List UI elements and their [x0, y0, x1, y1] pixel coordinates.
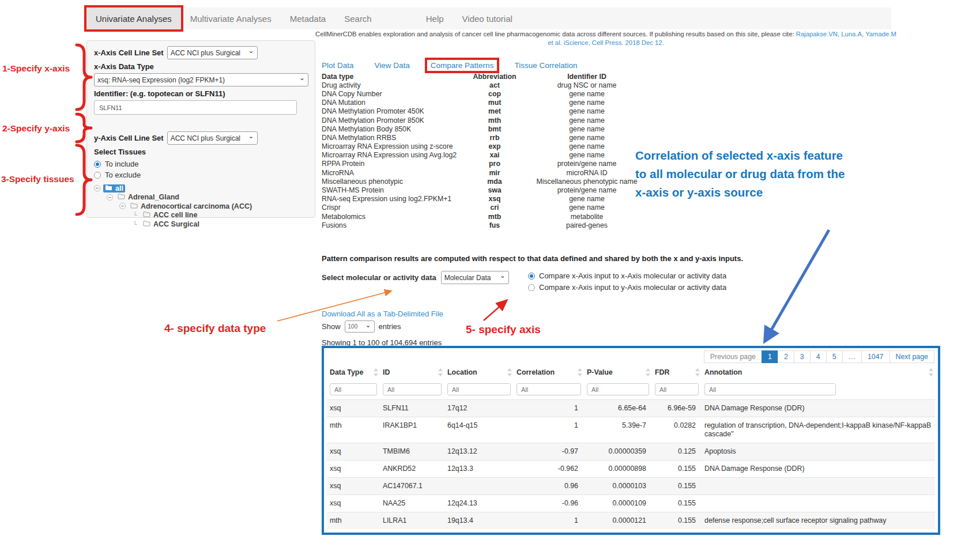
filter-input-annotation[interactable] — [704, 383, 836, 395]
download-link[interactable]: Download All as a Tab-Delimited File — [322, 310, 443, 318]
molecular-data-select[interactable]: Molecular Data — [441, 271, 509, 284]
legend-cell: metabolite — [521, 213, 653, 221]
data-type-legend-row: DNA Mutationmutgene name — [322, 99, 653, 107]
previous-page-button[interactable]: Previous page — [704, 350, 762, 363]
x-axis-cell-line-set-select[interactable]: ACC NCI plus Surgical — [167, 46, 258, 59]
page-button-2[interactable]: 2 — [778, 350, 794, 363]
x-axis-data-type-select[interactable]: xsq: RNA-seq Expression (log2 FPKM+1) — [94, 73, 308, 86]
axis-compare-radios: Compare x-Axis input to x-Axis molecular… — [528, 270, 726, 293]
axis-parameters-panel: x-Axis Cell Line Set ACC NCI plus Surgic… — [86, 40, 315, 218]
cell-p-value: 0.00000359 — [584, 443, 652, 461]
legend-cell: Metabolomics — [322, 213, 469, 221]
cell-p-value: 0.0000121 — [584, 512, 652, 530]
page-button-3[interactable]: 3 — [794, 350, 811, 363]
legend-cell: DNA Methylation Body 850K — [322, 125, 469, 133]
page-button-4[interactable]: 4 — [810, 350, 827, 363]
tree-node-all[interactable]: all — [94, 184, 308, 193]
nav-item-metadata[interactable]: Metadata — [281, 7, 336, 29]
nav-item-video-tutorial[interactable]: Video tutorial — [453, 7, 522, 29]
tree-node-label[interactable]: Adrenocortical carcinoma (ACC) — [129, 202, 254, 210]
column-header-annotation[interactable]: Annotation — [702, 365, 935, 379]
data-type-legend-row: Fusionsfuspaired-genes — [322, 221, 653, 229]
tree-node-label[interactable]: Adrenal_Gland — [116, 193, 181, 201]
tissues-include-option[interactable]: To include — [94, 158, 308, 169]
filter-input-data-type[interactable] — [330, 383, 377, 395]
tree-node-adrenocortical-carcinoma-acc[interactable]: Adrenocortical carcinoma (ACC) — [94, 202, 308, 211]
column-header-data-type[interactable]: Data Type — [327, 365, 380, 379]
identifier-input[interactable] — [94, 100, 297, 115]
radio-icon[interactable] — [528, 284, 535, 291]
data-type-legend: Data type Abbreviation Identifier ID Dru… — [322, 72, 653, 229]
sort-icon[interactable] — [374, 368, 378, 376]
cell-annotation: regulation of transcription, DNA-depende… — [702, 417, 935, 443]
table-row: mthLILRA119q13.410.00001210.155defense r… — [327, 512, 935, 530]
axis-compare-option-y[interactable]: Compare x-Axis input to y-Axis molecular… — [528, 282, 726, 293]
tissues-exclude-option[interactable]: To exclude — [94, 169, 308, 180]
folder-icon — [118, 193, 125, 201]
tree-node-adrenal-gland[interactable]: Adrenal_Gland — [94, 193, 308, 202]
page-button-1[interactable]: 1 — [762, 350, 778, 363]
filter-input-p-value[interactable] — [587, 383, 649, 395]
pagination-ellipsis[interactable]: … — [842, 350, 862, 363]
tree-expander-icon[interactable] — [119, 203, 126, 209]
radio-include-icon[interactable] — [94, 161, 101, 168]
folder-icon — [143, 211, 150, 219]
column-header-id[interactable]: ID — [380, 365, 444, 379]
cell-correlation: -0.97 — [514, 443, 584, 461]
sort-icon[interactable] — [507, 368, 512, 376]
annotation-step1: 1-Specify x-axis — [2, 63, 70, 74]
tree-node-label[interactable]: ACC cell line — [141, 211, 199, 219]
nav-item-help[interactable]: Help — [417, 7, 453, 29]
legend-cell: Crispr — [322, 203, 469, 212]
filter-cell-correlation — [514, 379, 584, 400]
nav-item-search[interactable]: Search — [335, 7, 381, 29]
filter-cell-annotation — [702, 379, 935, 400]
filter-input-location[interactable] — [447, 383, 511, 395]
filter-input-id[interactable] — [383, 383, 442, 395]
citation-text: CellMinerCDB enables exploration and ana… — [314, 30, 898, 47]
column-header-fdr[interactable]: FDR — [652, 365, 702, 379]
tab-view-data[interactable]: View Data — [375, 61, 410, 70]
tree-node-label[interactable]: all — [103, 184, 125, 193]
sort-icon[interactable] — [578, 368, 582, 376]
entries-count-select[interactable]: 100 — [345, 320, 375, 333]
tree-expander-icon[interactable] — [94, 185, 100, 191]
filter-input-fdr[interactable] — [655, 383, 699, 395]
legend-cell: RPPA Protein — [322, 160, 469, 168]
column-header-correlation[interactable]: Correlation — [514, 365, 584, 379]
cell-data-type: xsq — [327, 478, 380, 495]
radio-icon[interactable] — [528, 273, 535, 280]
molecular-data-label: Select molecular or activity data — [322, 273, 436, 282]
filter-cell-location — [444, 379, 514, 400]
tab-compare-patterns[interactable]: Compare Patterns — [427, 60, 497, 71]
tab-tissue-correlation[interactable]: Tissue Correlation — [514, 61, 577, 70]
tree-node-acc-cell-line[interactable]: └ACC cell line — [94, 211, 308, 220]
sort-icon[interactable] — [695, 368, 700, 376]
page-button-1047[interactable]: 1047 — [861, 350, 890, 363]
nav-item-univariate-analyses[interactable]: Univariate Analyses — [86, 7, 181, 29]
sort-icon[interactable] — [646, 368, 650, 376]
legend-cell: gene name — [521, 125, 653, 133]
legend-cell: Microarray RNA Expression using z-score — [322, 142, 469, 150]
column-header-location[interactable]: Location — [444, 365, 514, 379]
tree-node-acc-surgical[interactable]: └ACC Surgical — [94, 220, 308, 229]
cell-id: IRAK1BP1 — [380, 417, 444, 443]
sort-icon[interactable] — [438, 368, 443, 376]
axis-compare-option-x[interactable]: Compare x-Axis input to x-Axis molecular… — [528, 270, 726, 281]
page-button-5[interactable]: 5 — [826, 350, 843, 363]
cell-id: LILRA1 — [380, 512, 444, 530]
tree-node-label[interactable]: ACC Surgical — [141, 220, 201, 228]
radio-exclude-icon[interactable] — [94, 172, 101, 179]
nav-item-multivariate-analyses[interactable]: Multivariate Analyses — [181, 7, 281, 29]
data-type-legend-row: DNA Methylation Promoter 450Kmetgene nam… — [322, 107, 653, 116]
sort-icon[interactable] — [929, 368, 933, 376]
data-type-legend-row: Miscellaneous phenotypicmdaMiscellaneous… — [322, 177, 653, 186]
next-page-button[interactable]: Next page — [889, 350, 934, 363]
tab-plot-data[interactable]: Plot Data — [322, 61, 354, 70]
tree-expander-icon[interactable] — [107, 194, 113, 201]
column-header-p-value[interactable]: P-Value — [584, 365, 652, 379]
tree-node-text: Adrenocortical carcinoma (ACC) — [141, 202, 252, 210]
legend-cell: xsq — [469, 195, 521, 203]
y-axis-cell-line-set-select[interactable]: ACC NCI plus Surgical — [167, 131, 258, 145]
filter-input-correlation[interactable] — [517, 383, 581, 395]
